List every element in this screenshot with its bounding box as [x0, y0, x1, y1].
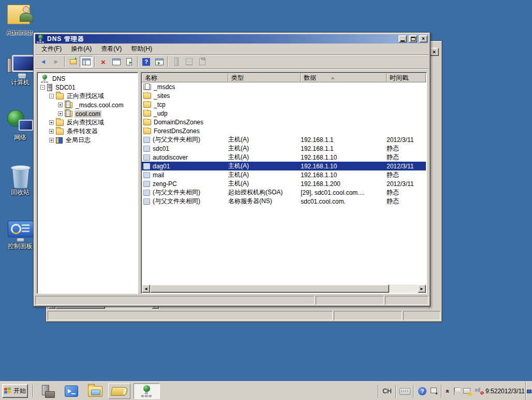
language-bar-options-button[interactable]: ▼ [429, 384, 439, 398]
server-manager-icon [41, 385, 55, 398]
table-row[interactable]: sdc01 主机(A)192.168.1.1静态 [142, 144, 426, 153]
folder-icon [143, 102, 151, 108]
soa-record-icon [143, 190, 150, 196]
log-icon [56, 137, 63, 144]
selected-tree-label: cool.com [75, 110, 101, 118]
title-bar[interactable]: DNS 管理器 × [35, 34, 428, 44]
table-row-selected[interactable]: dag01 主机(A)192.168.1.102012/3/11 [142, 162, 426, 170]
taskbar-dns-manager-button[interactable] [134, 383, 160, 399]
menu-view[interactable]: 查看(V) [96, 43, 126, 55]
expand-icon[interactable]: + [49, 138, 54, 142]
taskbar: 开始 CH ? ▼ « [0, 381, 532, 400]
expand-icon[interactable]: + [58, 111, 63, 116]
maximize-button[interactable] [409, 35, 417, 42]
tree-item-msdcs-zone[interactable]: + _msdcs.cool.com [39, 101, 138, 109]
new-window-icon [155, 59, 164, 65]
menu-file[interactable]: 文件(F) [37, 43, 66, 55]
help-button[interactable]: ? [140, 56, 153, 67]
scroll-right-icon[interactable]: ► [418, 284, 426, 293]
tree-item-server[interactable]: - SDC01 [39, 83, 138, 92]
taskbar-powershell-button[interactable] [61, 383, 82, 399]
tray-separator [441, 385, 442, 398]
forward-arrow-icon: ► [53, 59, 60, 65]
collapse-icon[interactable]: - [49, 94, 54, 98]
table-row[interactable]: _tcp [142, 100, 426, 109]
tree-item-reverse-zones[interactable]: + 反向查找区域 [39, 118, 138, 127]
column-header-timestamp[interactable]: 时间戳 [387, 73, 426, 82]
start-button[interactable]: 开始 [2, 384, 28, 398]
back-button[interactable]: ◄ [37, 56, 50, 67]
menu-help[interactable]: 帮助(H) [126, 43, 157, 55]
tree-item-forward-zones[interactable]: - 正向查找区域 [39, 92, 138, 101]
help-icon: ? [418, 387, 426, 395]
console-body: DNS - SDC01 - 正向查找区域 + _msdcs.cool.com [37, 72, 427, 294]
table-row[interactable]: zeng-PC 主机(A)192.168.1.2002012/3/11 [142, 179, 426, 188]
properties-button[interactable] [110, 56, 123, 67]
expand-icon[interactable]: + [58, 103, 63, 107]
dns-manager-icon [140, 385, 153, 397]
table-row[interactable]: autodiscover 主机(A)192.168.1.10静态 [142, 153, 426, 162]
tree-item-conditional-forwarders[interactable]: + 条件转发器 [39, 127, 138, 136]
column-header-name[interactable]: 名称 [142, 73, 228, 82]
volume-button[interactable] [474, 384, 485, 398]
close-icon[interactable]: × [430, 48, 439, 56]
tree-item-global-logs[interactable]: + 全局日志 [39, 136, 138, 145]
expand-icon[interactable]: + [49, 120, 54, 125]
desktop: Administr. 计算机 网络 回收站 控制面板 × ◄ ► [0, 0, 532, 400]
taskbar-help-book-button[interactable] [108, 383, 130, 399]
clock[interactable]: 9:52 2012/3/11 [485, 384, 525, 398]
flag-icon [453, 387, 461, 396]
taskbar-explorer-button[interactable] [85, 383, 106, 399]
clock-date: 2012/3/11 [497, 388, 525, 395]
show-hidden-icons-button[interactable]: « [444, 384, 452, 398]
expand-icon[interactable]: + [49, 129, 54, 134]
language-help-button[interactable]: ? [416, 384, 429, 398]
filter-list-button[interactable] [183, 56, 196, 67]
up-one-level-button[interactable]: ▲ [67, 56, 80, 67]
table-row[interactable]: (与父文件夹相同) 名称服务器(NS)sdc01.cool.com.静态 [142, 197, 426, 206]
menu-action[interactable]: 操作(A) [66, 43, 96, 55]
minimize-button[interactable] [398, 35, 407, 42]
taskbar-server-manager-button[interactable] [37, 383, 58, 399]
desktop-icon-administrator[interactable]: Administr. [1, 3, 39, 36]
table-row[interactable]: mail 主机(A)192.168.1.10静态 [142, 170, 426, 179]
keyboard-layout-button[interactable] [398, 384, 411, 398]
network-status-button[interactable] [462, 384, 474, 398]
dns-root-icon [40, 75, 49, 83]
show-console-tree-button[interactable] [80, 56, 93, 67]
host-record-icon [143, 154, 150, 161]
toolbar-separator [94, 56, 95, 67]
new-window-button[interactable] [153, 56, 166, 67]
column-header-type[interactable]: 类型 [228, 73, 301, 82]
table-row[interactable]: DomainDnsZones [142, 118, 426, 126]
horizontal-scrollbar[interactable]: ◄ ► [142, 284, 426, 293]
table-row[interactable]: _udp [142, 109, 426, 118]
host-record-icon [143, 137, 150, 143]
window-title: DNS 管理器 [47, 35, 396, 44]
back-arrow-icon: ◄ [40, 59, 47, 65]
column-header-data[interactable]: 数据 [301, 73, 387, 82]
close-button[interactable]: × [419, 35, 427, 42]
paste-button[interactable] [196, 56, 209, 67]
action-center-button[interactable] [452, 384, 462, 398]
scroll-left-icon[interactable]: ◄ [142, 284, 150, 293]
zone-icon [65, 102, 72, 108]
network-warning-icon [463, 387, 472, 395]
table-row[interactable]: _msdcs [142, 82, 426, 91]
scrollbar-thumb[interactable] [150, 284, 389, 293]
table-row[interactable]: (与父文件夹相同) 起始授权机构(SOA)[29], sdc01.cool.co… [142, 188, 426, 197]
tree-item-dns-root[interactable]: DNS [39, 74, 138, 83]
forward-button[interactable]: ► [50, 56, 63, 67]
tree-item-cool-com-zone[interactable]: + cool.com [39, 109, 138, 118]
table-row[interactable]: ForestDnsZones [142, 126, 426, 135]
language-indicator[interactable]: CH [380, 384, 394, 398]
table-row[interactable]: _sites [142, 91, 426, 100]
export-list-button[interactable] [123, 56, 136, 67]
show-desktop-button[interactable] [525, 382, 532, 400]
server-properties-button[interactable] [170, 56, 183, 67]
clock-time: 9:52 [485, 388, 497, 395]
list-icon [186, 58, 193, 65]
delete-button[interactable]: × [97, 56, 110, 67]
table-row[interactable]: (与父文件夹相同) 主机(A)192.168.1.12012/3/11 [142, 135, 426, 144]
collapse-icon[interactable]: - [40, 85, 45, 90]
